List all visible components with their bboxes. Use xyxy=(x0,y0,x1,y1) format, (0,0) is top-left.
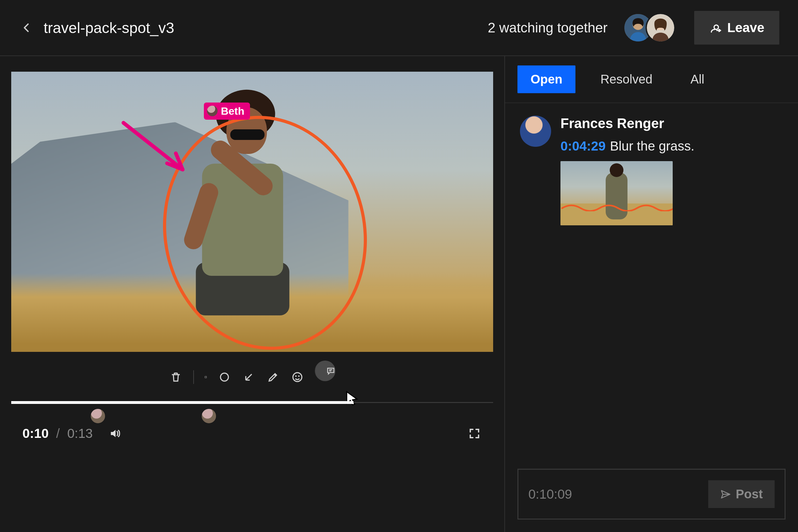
comment-item[interactable]: Frances Renger 0:04:29Blur the grass. xyxy=(520,116,783,225)
trash-tool[interactable] xyxy=(169,370,183,384)
tab-resolved[interactable]: Resolved xyxy=(587,65,666,93)
svg-line-4 xyxy=(124,123,183,170)
back-button[interactable] xyxy=(19,20,34,36)
avatar[interactable] xyxy=(646,13,676,43)
comment-timestamp[interactable]: 0:04:29 xyxy=(560,139,606,153)
time-total: 0:13 xyxy=(67,426,93,441)
arrow-tool[interactable] xyxy=(242,370,255,384)
leave-button[interactable]: Leave xyxy=(694,11,779,44)
svg-rect-5 xyxy=(205,376,206,378)
comment-tabs: Open Resolved All xyxy=(505,56,798,103)
comments-pane: Open Resolved All Frances Renger 0:04:29… xyxy=(505,56,798,532)
watching-label: 2 watching together xyxy=(488,20,608,36)
timeline-marker[interactable] xyxy=(201,408,217,424)
header: travel-pack-spot_v3 2 watching together xyxy=(0,0,798,56)
post-label: Post xyxy=(736,487,763,501)
comments-list: Frances Renger 0:04:29Blur the grass. xyxy=(505,103,798,462)
comment-tool[interactable] xyxy=(315,361,336,381)
annotation-arrow[interactable] xyxy=(117,117,198,179)
avatar xyxy=(520,116,551,147)
avatar-mini xyxy=(207,106,217,116)
smile-icon xyxy=(291,371,303,383)
leave-label: Leave xyxy=(727,20,764,35)
svg-point-8 xyxy=(296,376,296,377)
time-separator: / xyxy=(56,426,60,441)
emoji-tool[interactable] xyxy=(290,370,304,384)
video-frame[interactable]: Beth xyxy=(11,72,493,352)
svg-point-7 xyxy=(293,373,302,381)
leave-icon xyxy=(709,21,722,34)
collaborator-cursor-tag: Beth xyxy=(204,102,250,120)
collaborator-name: Beth xyxy=(221,105,244,117)
circle-icon xyxy=(218,371,230,383)
compose-box[interactable]: 0:10:09 Post xyxy=(517,469,785,519)
scrubber-progress xyxy=(11,401,354,404)
scrubber[interactable] xyxy=(11,401,493,404)
comment-author: Frances Renger xyxy=(560,116,783,131)
svg-point-9 xyxy=(299,376,299,377)
pen-tool[interactable] xyxy=(266,370,280,384)
video-pane: Beth xyxy=(0,56,505,532)
watcher-avatars xyxy=(623,13,676,43)
arrow-icon xyxy=(243,371,255,383)
pen-icon xyxy=(267,371,279,383)
post-button[interactable]: Post xyxy=(708,480,775,508)
tab-all[interactable]: All xyxy=(677,65,717,93)
ellipse-tool[interactable] xyxy=(217,370,231,384)
send-icon xyxy=(720,489,731,500)
svg-point-6 xyxy=(221,373,228,381)
person-icon xyxy=(647,14,674,41)
fullscreen-button[interactable] xyxy=(467,426,482,441)
square-icon xyxy=(205,371,207,383)
file-title: travel-pack-spot_v3 xyxy=(44,19,174,36)
comment-body-text: Blur the grass. xyxy=(610,139,695,153)
volume-icon xyxy=(109,427,121,440)
annotation-stroke-icon xyxy=(560,202,673,211)
comment-text: 0:04:29Blur the grass. xyxy=(560,139,783,154)
playback-controls: 0:10 / 0:13 xyxy=(11,404,493,441)
rectangle-tool[interactable] xyxy=(193,370,207,384)
comment-icon xyxy=(326,365,336,377)
volume-button[interactable] xyxy=(108,426,122,441)
fullscreen-icon xyxy=(468,427,481,440)
annotation-toolbar xyxy=(11,352,493,399)
compose-timestamp: 0:10:09 xyxy=(528,487,702,502)
tab-open[interactable]: Open xyxy=(517,65,575,93)
comment-thumbnail[interactable] xyxy=(560,161,673,225)
time-current: 0:10 xyxy=(22,426,49,441)
trash-icon xyxy=(170,371,182,383)
timeline-marker[interactable] xyxy=(90,408,106,424)
chevron-left-icon xyxy=(20,21,33,34)
